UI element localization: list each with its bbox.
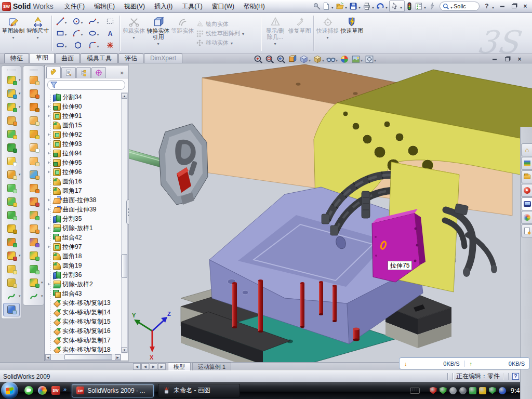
sync-blocked-icon[interactable] bbox=[499, 387, 506, 394]
composite-curve-icon[interactable] bbox=[3, 276, 20, 289]
tab-模具工具[interactable]: 模具工具 bbox=[81, 54, 118, 63]
filled-surface-icon[interactable] bbox=[25, 141, 42, 154]
linear-pattern-icon[interactable]: ▾ bbox=[3, 168, 20, 181]
freeform-icon[interactable]: ▾ bbox=[25, 289, 42, 303]
solidworks-resources-tab[interactable]: ⌂ bbox=[521, 143, 532, 156]
sketch-text-icon[interactable]: A bbox=[102, 28, 118, 39]
dropdown-arrow-icon[interactable]: ▾ bbox=[19, 91, 21, 96]
dropdown-arrow-icon[interactable]: ▾ bbox=[41, 281, 43, 285]
next-sheet-button[interactable]: ▶ bbox=[150, 363, 157, 370]
ruled-surface-icon[interactable] bbox=[25, 181, 42, 195]
tree-item[interactable]: 拉伸91 bbox=[46, 111, 121, 121]
toolbar-grip[interactable] bbox=[30, 70, 38, 71]
rib-icon[interactable] bbox=[3, 195, 20, 208]
dropdown-arrow-icon[interactable] bbox=[399, 2, 403, 11]
browser-icon[interactable] bbox=[36, 385, 48, 396]
tree-item[interactable]: 圆角16 bbox=[46, 177, 121, 186]
tree-item[interactable]: 拉伸97 bbox=[46, 242, 121, 251]
dropdown-arrow-icon[interactable]: ▾ bbox=[19, 105, 21, 109]
view-settings-icon[interactable] bbox=[364, 54, 377, 64]
ribbon-button-smartdim[interactable]: 智能尺寸 bbox=[25, 14, 50, 52]
dropdown-arrow-icon[interactable] bbox=[36, 34, 38, 41]
tree-item[interactable]: 曲面-拉伸38 bbox=[46, 195, 121, 205]
circle-icon[interactable] bbox=[70, 16, 86, 28]
menu-item-w[interactable]: 窗口(W) bbox=[207, 0, 239, 13]
dropdown-arrow-icon[interactable] bbox=[81, 17, 83, 26]
shell-icon[interactable] bbox=[3, 222, 20, 235]
expander-icon[interactable] bbox=[46, 105, 51, 108]
menu-item-i[interactable]: 插入(I) bbox=[150, 0, 177, 13]
trim-surface-icon[interactable] bbox=[25, 235, 42, 249]
tree-item[interactable]: 分割34 bbox=[46, 92, 121, 102]
expander-icon[interactable] bbox=[46, 198, 51, 202]
search-tab[interactable] bbox=[521, 184, 532, 197]
zoom-to-area-icon[interactable] bbox=[264, 54, 275, 64]
dropdown-arrow-icon[interactable] bbox=[357, 2, 362, 11]
view-palette-tab[interactable] bbox=[521, 197, 532, 210]
dropdown-arrow-icon[interactable] bbox=[12, 34, 14, 41]
rectangle-icon[interactable] bbox=[54, 28, 70, 39]
graphics-viewport[interactable]: Y Z X 拉伸75 bbox=[129, 63, 532, 362]
edit-appearance-icon[interactable] bbox=[339, 54, 350, 64]
scroll-right-button[interactable]: ▶ bbox=[115, 354, 121, 360]
rx-icon[interactable] bbox=[428, 2, 437, 11]
swept-boss-icon[interactable] bbox=[3, 114, 20, 127]
search-scope-arrow-icon[interactable] bbox=[449, 2, 454, 11]
tree-item[interactable]: 组合43 bbox=[46, 289, 121, 298]
viewport-minimize-button[interactable] bbox=[490, 56, 499, 63]
dropdown-arrow-icon[interactable] bbox=[64, 17, 66, 26]
gps-icon[interactable] bbox=[469, 387, 476, 394]
appearances-tab[interactable] bbox=[521, 211, 532, 224]
menu-item-v[interactable]: 视图(V) bbox=[119, 0, 150, 13]
display-style-icon[interactable] bbox=[312, 54, 325, 64]
planar-surface-icon[interactable] bbox=[25, 154, 42, 168]
revolved-surface-icon[interactable] bbox=[25, 87, 42, 100]
tree-item[interactable]: 分割36 bbox=[46, 270, 121, 280]
extend-surface-icon[interactable] bbox=[25, 222, 42, 235]
ribbon-button-qsketch[interactable]: 快速草图 bbox=[340, 14, 364, 52]
expander-icon[interactable] bbox=[46, 133, 51, 136]
tree-item[interactable]: 分割35 bbox=[46, 214, 121, 223]
expander-icon[interactable] bbox=[46, 170, 51, 174]
viewport-restore-button[interactable] bbox=[503, 56, 511, 63]
expander-icon[interactable] bbox=[46, 142, 51, 145]
messenger-icon[interactable] bbox=[23, 385, 34, 396]
zoom-to-fit-icon[interactable] bbox=[252, 54, 264, 64]
dropdown-arrow-icon[interactable]: ▾ bbox=[19, 78, 21, 82]
help-icon[interactable]: ? bbox=[482, 1, 496, 11]
lofted-boss-icon[interactable] bbox=[3, 127, 20, 141]
tree-item[interactable]: 拉伸92 bbox=[46, 130, 121, 139]
expander-icon[interactable] bbox=[46, 152, 51, 155]
dropdown-arrow-icon[interactable] bbox=[97, 41, 99, 50]
scroll-thumb[interactable] bbox=[122, 254, 127, 278]
scroll-up-button[interactable]: ▲ bbox=[122, 93, 127, 99]
search-box[interactable] bbox=[440, 2, 480, 11]
first-sheet-button[interactable]: ◀ bbox=[133, 363, 141, 370]
dropdown-arrow-icon[interactable] bbox=[81, 29, 83, 38]
pin-icon[interactable] bbox=[312, 2, 322, 11]
extruded-cut-icon[interactable]: ▾ bbox=[3, 87, 20, 100]
dimxpertmanager-tab[interactable] bbox=[91, 67, 106, 78]
expander-icon[interactable] bbox=[46, 283, 51, 286]
tree-item[interactable]: 拉伸90 bbox=[46, 102, 121, 111]
offset-surface-icon[interactable] bbox=[25, 168, 42, 181]
task-button-solidworks[interactable]: SWSolidWorks 2009 - ... bbox=[72, 384, 154, 397]
expander-icon[interactable] bbox=[46, 161, 51, 164]
tree-item[interactable]: 圆角18 bbox=[46, 251, 121, 261]
network-monitor-widget[interactable]: 0KB/S 0KB/S bbox=[399, 357, 530, 369]
rebuild-icon[interactable] bbox=[405, 2, 414, 11]
tree-item[interactable]: 实体-移动/复制14 bbox=[46, 308, 121, 317]
dropdown-arrow-icon[interactable] bbox=[97, 17, 99, 26]
start-button[interactable] bbox=[1, 382, 18, 399]
dropdown-arrow-icon[interactable] bbox=[97, 29, 99, 38]
update-gear-icon[interactable] bbox=[449, 387, 457, 394]
open-icon[interactable] bbox=[335, 1, 349, 11]
dropdown-arrow-icon[interactable] bbox=[322, 55, 324, 64]
delete-face-icon[interactable] bbox=[25, 195, 42, 208]
undo-icon[interactable] bbox=[376, 1, 389, 11]
antivirus-shield-icon[interactable] bbox=[430, 387, 437, 394]
task-button-paint[interactable]: 未命名 - 画图 bbox=[158, 384, 240, 397]
boundary-boss-icon[interactable] bbox=[3, 141, 20, 154]
freeform-spline-icon[interactable]: ▾ bbox=[3, 289, 20, 303]
tree-item[interactable]: 拉伸93 bbox=[46, 139, 121, 149]
